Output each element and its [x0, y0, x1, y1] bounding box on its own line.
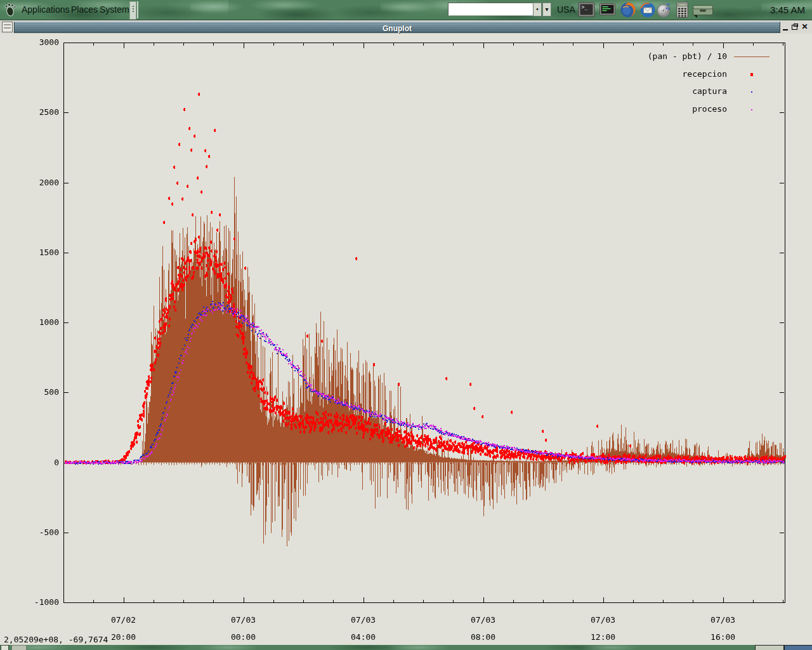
- legend-label: (pan - pbt) / 10: [609, 51, 727, 61]
- maximize-button[interactable]: [790, 23, 799, 31]
- legend-marker-dots: [751, 91, 752, 93]
- keyboard-layout-indicator[interactable]: USA: [557, 4, 575, 15]
- y-tick-label: 3000: [23, 37, 59, 47]
- deskbar-dot-button[interactable]: •: [533, 3, 542, 17]
- menu-places[interactable]: Places: [71, 4, 98, 15]
- legend-label: captura: [609, 86, 727, 96]
- window-titlebar[interactable]: Gnuplot: [14, 22, 780, 33]
- window-title: Gnuplot: [383, 24, 412, 33]
- x-tick-date: 07/03: [341, 615, 386, 625]
- window-list-item[interactable]: [11, 645, 27, 650]
- legend-marker-dots: [751, 109, 752, 110]
- svg-text:♫: ♫: [664, 2, 671, 11]
- legend-marker-line: [734, 56, 769, 57]
- thunderbird-icon: [639, 1, 657, 18]
- window-title-strip: Gnuplot ✕: [0, 20, 812, 34]
- calculator-launcher[interactable]: [674, 1, 691, 18]
- drawer-applet[interactable]: [691, 1, 714, 18]
- close-button[interactable]: ✕: [801, 23, 809, 31]
- clock[interactable]: 3:45 AM: [770, 4, 805, 15]
- deskbar-dropdown-button[interactable]: ▾: [542, 3, 551, 17]
- panel-drag-handle-line: [137, 1, 138, 18]
- panel-command-entry[interactable]: [448, 3, 535, 16]
- menu-applications[interactable]: Applications: [22, 4, 70, 15]
- panel-drag-handle[interactable]: [129, 1, 136, 20]
- window-menu-icon[interactable]: [2, 22, 13, 32]
- legend-label: proceso: [609, 104, 727, 114]
- x-tick-time: 20:00: [102, 632, 146, 642]
- gnuplot-window: Gnuplot ✕ 2,05209e+08, -69,7674 -1000-50…: [0, 20, 812, 650]
- drawer-icon: [691, 1, 714, 18]
- gnome-foot-icon: [4, 3, 18, 18]
- firefox-icon: [619, 1, 637, 18]
- y-tick-label: 2000: [23, 178, 59, 187]
- workspace-1[interactable]: [755, 645, 784, 650]
- gnome-main-menu-icon[interactable]: [4, 3, 18, 18]
- thunderbird-launcher[interactable]: [639, 1, 657, 18]
- top-panel: Applications Places System • ▾ USA >_: [0, 0, 812, 20]
- x-tick-date: 07/03: [581, 615, 625, 625]
- terminal-icon: >_: [578, 1, 595, 18]
- y-tick-label: 1000: [23, 317, 59, 327]
- x-tick-time: 00:00: [221, 632, 266, 642]
- x-tick-time: 16:00: [701, 632, 745, 642]
- x-tick-date: 07/02: [102, 615, 146, 625]
- legend-marker-points: [750, 73, 753, 76]
- calculator-icon: [674, 1, 691, 18]
- y-tick-label: 0: [23, 458, 59, 467]
- plot-area: 2,05209e+08, -69,7674 -1000-500050010001…: [0, 34, 812, 646]
- x-tick-date: 07/03: [701, 615, 745, 625]
- minimize-button[interactable]: [782, 23, 790, 31]
- x-tick-time: 12:00: [581, 632, 625, 642]
- x-tick-time: 04:00: [341, 632, 386, 642]
- legend-label: recepcion: [609, 69, 727, 79]
- system-monitor-launcher[interactable]: [599, 1, 617, 18]
- x-tick-date: 07/03: [461, 615, 506, 625]
- y-tick-label: -500: [23, 527, 59, 537]
- svg-text:>_: >_: [582, 4, 588, 10]
- multimedia-launcher[interactable]: ♫: [656, 1, 674, 18]
- menu-system[interactable]: System: [100, 4, 129, 15]
- firefox-launcher[interactable]: [619, 1, 637, 18]
- y-tick-label: -1000: [23, 597, 59, 607]
- y-tick-label: 500: [23, 387, 59, 397]
- coordinate-readout: 2,05209e+08, -69,7674: [4, 635, 108, 644]
- desktop-screen: { "top_panel": { "menus": ["Applications…: [0, 0, 812, 650]
- y-tick-label: 1500: [23, 248, 59, 257]
- plot-canvas[interactable]: [0, 34, 812, 646]
- terminal-launcher[interactable]: >_: [578, 1, 596, 18]
- show-desktop-button[interactable]: [1, 645, 9, 650]
- multimedia-cd-icon: ♫: [656, 1, 674, 18]
- x-tick-time: 08:00: [461, 632, 506, 642]
- x-tick-date: 07/03: [221, 615, 266, 625]
- bottom-panel: [0, 645, 812, 650]
- system-monitor-icon: [599, 1, 616, 18]
- y-tick-label: 2500: [23, 107, 59, 117]
- workspace-2[interactable]: [784, 645, 812, 650]
